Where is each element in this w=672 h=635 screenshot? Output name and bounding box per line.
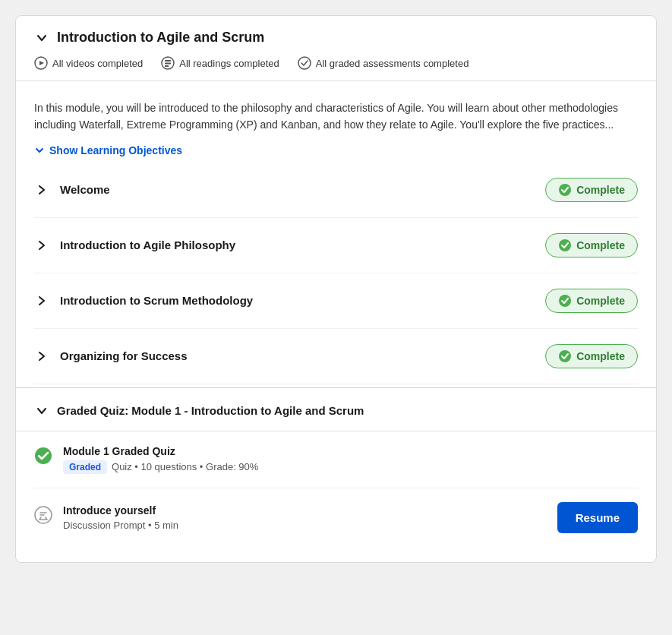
lesson-expand-icon[interactable] [34, 238, 49, 253]
lesson-item-agile-philosophy: Introduction to Agile Philosophy Complet… [34, 218, 638, 273]
graded-item-discussion: Introduce yourself Discussion Prompt • 5… [34, 488, 638, 547]
complete-check-icon [558, 183, 572, 197]
graded-tag: Graded [63, 460, 107, 474]
lesson-item-organizing-success: Organizing for Success Complete [34, 329, 638, 384]
svg-point-7 [559, 184, 571, 196]
discussion-icon [34, 506, 52, 524]
module-title: Introduction to Agile and Scrum [57, 30, 264, 46]
play-circle-icon [34, 56, 48, 70]
objectives-chevron-icon [34, 145, 45, 156]
svg-marker-1 [39, 61, 44, 65]
complete-check-icon [558, 294, 572, 308]
lesson-title: Introduction to Scrum Methodology [60, 294, 253, 307]
graded-item-left: Introduce yourself Discussion Prompt • 5… [34, 504, 178, 531]
graded-quiz-section: Graded Quiz: Module 1 - Introduction to … [16, 387, 656, 562]
assessments-label: All graded assessments completed [316, 58, 469, 69]
complete-badge: Complete [545, 344, 638, 368]
show-objectives-toggle[interactable]: Show Learning Objectives [34, 144, 638, 156]
assessments-icon [298, 56, 311, 70]
complete-check-icon [558, 239, 572, 252]
graded-item-info: Module 1 Graded Quiz GradedQuiz • 10 que… [63, 445, 258, 474]
lesson-title: Welcome [60, 183, 110, 196]
svg-rect-3 [165, 60, 171, 62]
graded-quiz-header: Graded Quiz: Module 1 - Introduction to … [16, 388, 656, 431]
readings-icon [161, 56, 175, 70]
lesson-left: Organizing for Success [34, 349, 188, 364]
quiz-meta: GradedQuiz • 10 questions • Grade: 90% [63, 460, 258, 474]
svg-point-6 [298, 57, 311, 69]
lesson-left: Introduction to Scrum Methodology [34, 293, 253, 308]
complete-label: Complete [576, 239, 625, 251]
resume-button[interactable]: Resume [557, 502, 638, 533]
quiz-meta-text: Quiz • 10 questions • Grade: 90% [112, 461, 258, 472]
svg-point-10 [559, 350, 571, 362]
graded-collapse-icon[interactable] [34, 403, 49, 419]
lesson-expand-icon[interactable] [34, 349, 49, 364]
module-title-row: Introduction to Agile and Scrum [34, 30, 638, 46]
complete-badge: Complete [545, 233, 638, 257]
complete-label: Complete [576, 184, 625, 196]
complete-label: Complete [576, 295, 625, 307]
complete-check-icon [558, 349, 572, 363]
complete-badge: Complete [545, 178, 638, 202]
svg-point-11 [35, 447, 52, 464]
lesson-expand-icon[interactable] [34, 182, 49, 197]
readings-label: All readings completed [179, 58, 279, 69]
quiz-complete-icon [34, 447, 52, 465]
svg-point-8 [559, 239, 571, 251]
lesson-title: Organizing for Success [60, 349, 188, 362]
svg-rect-4 [165, 63, 171, 65]
discussion-meta: Discussion Prompt • 5 min [63, 520, 178, 531]
lesson-left: Introduction to Agile Philosophy [34, 238, 235, 253]
quiz-name: Module 1 Graded Quiz [63, 445, 258, 457]
module-collapse-icon[interactable] [34, 30, 49, 46]
module-header: Introduction to Agile and Scrum All vide… [16, 16, 656, 81]
graded-item-left: Module 1 Graded Quiz GradedQuiz • 10 que… [34, 445, 258, 474]
course-module-card: Introduction to Agile and Scrum All vide… [15, 15, 657, 563]
status-badges: All videos completed All readings comple… [34, 56, 638, 81]
discussion-item-info: Introduce yourself Discussion Prompt • 5… [63, 504, 178, 531]
graded-items-list: Module 1 Graded Quiz GradedQuiz • 10 que… [16, 431, 656, 547]
videos-label: All videos completed [52, 58, 143, 69]
lesson-item-scrum-methodology: Introduction to Scrum Methodology Comple… [34, 273, 638, 329]
videos-completed-badge: All videos completed [34, 56, 143, 70]
graded-item-quiz: Module 1 Graded Quiz GradedQuiz • 10 que… [34, 431, 638, 488]
module-description: In this module, you will be introduced t… [34, 100, 638, 134]
discussion-name: Introduce yourself [63, 504, 178, 517]
graded-quiz-title: Graded Quiz: Module 1 - Introduction to … [57, 404, 364, 417]
lesson-expand-icon[interactable] [34, 293, 49, 308]
assessments-completed-badge: All graded assessments completed [298, 56, 469, 70]
readings-completed-badge: All readings completed [161, 56, 279, 70]
svg-rect-5 [165, 65, 169, 67]
svg-point-9 [559, 295, 571, 307]
complete-label: Complete [576, 350, 625, 362]
lesson-left: Welcome [34, 182, 110, 197]
lesson-title: Introduction to Agile Philosophy [60, 239, 235, 251]
module-body: In this module, you will be introduced t… [16, 81, 656, 384]
show-objectives-label: Show Learning Objectives [49, 144, 182, 156]
complete-badge: Complete [545, 289, 638, 313]
lesson-item-welcome: Welcome Complete [34, 163, 638, 218]
lesson-list: Welcome Complete Introduction to Agile P… [34, 163, 638, 384]
